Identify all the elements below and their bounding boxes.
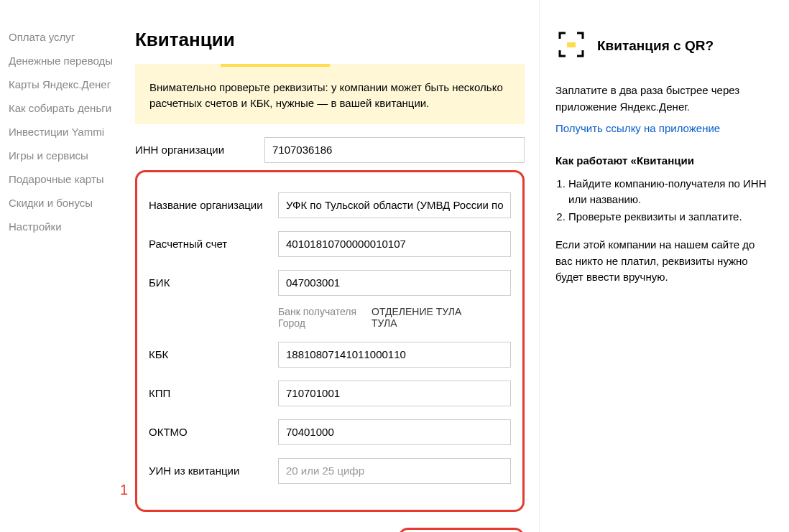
- page-title: Квитанции: [135, 29, 525, 51]
- input-bik[interactable]: [278, 270, 511, 296]
- input-oktmo[interactable]: [278, 419, 511, 445]
- label-city: Город: [278, 317, 364, 329]
- sidebar-item-giftcards[interactable]: Подарочные карты: [0, 167, 129, 191]
- right-subhead: Как работают «Квитанции: [555, 153, 767, 169]
- value-bank: ОТДЕЛЕНИЕ ТУЛА: [372, 306, 461, 317]
- label-kbk: КБК: [149, 348, 278, 360]
- action-bar: Изменить данные 2 Продолжить: [135, 528, 525, 533]
- sidebar-item-cards[interactable]: Карты Яндекс.Денег: [0, 73, 129, 96]
- right-note: Если этой компании на нашем сайте до вас…: [555, 237, 767, 286]
- label-bik: БИК: [149, 276, 278, 289]
- sidebar-item-settings[interactable]: Настройки: [0, 215, 129, 238]
- input-account[interactable]: [278, 231, 511, 257]
- input-orgname[interactable]: [278, 192, 511, 218]
- value-city: ТУЛА: [372, 317, 397, 329]
- sidebar-item-transfers[interactable]: Денежные переводы: [0, 49, 129, 73]
- bank-info: Банк получателя ОТДЕЛЕНИЕ ТУЛА Город ТУЛ…: [278, 306, 511, 329]
- input-kbk[interactable]: [278, 342, 511, 368]
- input-kpp[interactable]: [278, 381, 511, 406]
- label-bank: Банк получателя: [278, 306, 364, 317]
- qr-title: Квитанция с QR?: [597, 38, 714, 54]
- sidebar: Оплата услуг Денежные переводы Карты Янд…: [0, 0, 129, 532]
- label-account: Расчетный счет: [149, 238, 278, 250]
- label-inn: ИНН организации: [135, 144, 264, 156]
- right-p1: Заплатите в два раза быстрее через прило…: [555, 83, 767, 115]
- label-orgname: Название организации: [149, 199, 278, 211]
- sidebar-item-discounts[interactable]: Скидки и бонусы: [0, 191, 129, 215]
- label-uin: УИН из квитанции: [149, 465, 278, 477]
- main-content: Квитанции Внимательно проверьте реквизит…: [129, 0, 525, 532]
- sidebar-item-invest[interactable]: Инвестиции Yammi: [0, 120, 129, 144]
- qr-icon: [555, 29, 587, 62]
- label-oktmo: ОКТМО: [149, 426, 278, 438]
- input-inn[interactable]: [264, 137, 525, 163]
- sidebar-item-collect[interactable]: Как собирать деньги: [0, 96, 129, 120]
- app-link[interactable]: Получить ссылку на приложение: [555, 122, 720, 134]
- form-highlight-box: 1 Название организации Расчетный счет БИ…: [135, 170, 525, 512]
- sidebar-item-games[interactable]: Игры и сервисы: [0, 144, 129, 167]
- sidebar-item-payments[interactable]: Оплата услуг: [0, 25, 129, 49]
- svg-rect-0: [567, 42, 576, 47]
- steps-list: Найдите компанию-получателя по ИНН или н…: [555, 176, 767, 224]
- annotation-1: 1: [120, 482, 128, 498]
- input-uin[interactable]: [278, 458, 511, 484]
- right-panel: Квитанция с QR? Заплатите в два раза быс…: [539, 0, 776, 532]
- step-2: Проверьте реквизиты и заплатите.: [568, 209, 767, 225]
- label-kpp: КПП: [149, 387, 278, 399]
- alert-banner: Внимательно проверьте реквизиты: у компа…: [135, 64, 525, 124]
- step-1: Найдите компанию-получателя по ИНН или н…: [568, 176, 767, 207]
- continue-highlight-box: Продолжить: [398, 528, 525, 533]
